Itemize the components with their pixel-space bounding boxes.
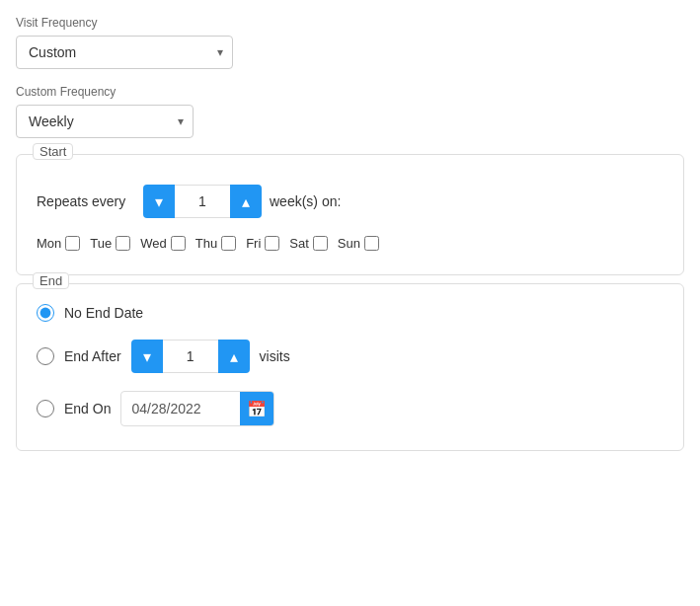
custom-frequency-select[interactable]: Weekly Daily Monthly — [16, 105, 194, 138]
end-after-radio[interactable] — [37, 347, 54, 365]
custom-frequency-label: Custom Frequency — [16, 85, 684, 99]
end-on-option: End On 📅 — [37, 391, 663, 426]
day-label-mon: Mon — [37, 236, 61, 251]
end-on-label: End On — [64, 401, 111, 417]
end-after-option: End After ▾ 1 ▴ visits — [37, 340, 663, 373]
day-item-wed: Wed — [140, 236, 186, 251]
end-after-label: End After — [64, 348, 121, 364]
no-end-date-radio[interactable] — [37, 304, 54, 322]
calendar-button[interactable]: 📅 — [240, 392, 273, 425]
day-item-fri: Fri — [246, 236, 279, 251]
end-on-date-wrapper: 📅 — [120, 391, 274, 426]
start-section: Start Repeats every ▾ 1 ▴ week(s) on: Mo… — [16, 154, 684, 275]
repeats-increment-button[interactable]: ▴ — [230, 185, 262, 218]
end-on-date-input[interactable] — [121, 394, 240, 423]
day-item-sun: Sun — [338, 236, 379, 251]
day-label-wed: Wed — [140, 236, 167, 251]
calendar-icon: 📅 — [247, 400, 267, 418]
day-item-thu: Thu — [195, 236, 236, 251]
end-section-label: End — [33, 272, 69, 289]
end-after-increment-button[interactable]: ▴ — [218, 340, 250, 373]
day-item-tue: Tue — [90, 236, 130, 251]
day-checkbox-wed[interactable] — [171, 236, 186, 251]
day-checkbox-thu[interactable] — [221, 236, 236, 251]
day-label-fri: Fri — [246, 236, 261, 251]
end-section: End No End Date End After ▾ 1 ▴ visits E… — [16, 283, 684, 451]
day-checkbox-fri[interactable] — [265, 236, 279, 251]
day-label-tue: Tue — [90, 236, 112, 251]
day-label-sat: Sat — [289, 236, 309, 251]
repeats-every-row: Repeats every ▾ 1 ▴ week(s) on: — [37, 185, 663, 218]
day-checkbox-sat[interactable] — [313, 236, 328, 251]
day-item-mon: Mon — [37, 236, 80, 251]
weeks-on-label: week(s) on: — [270, 193, 341, 209]
repeats-every-label: Repeats every — [37, 193, 135, 209]
end-after-stepper: ▾ 1 ▴ — [131, 340, 250, 373]
day-label-sun: Sun — [338, 236, 360, 251]
end-on-radio[interactable] — [37, 400, 54, 417]
end-after-value: 1 — [163, 340, 218, 373]
day-checkbox-sun[interactable] — [364, 236, 379, 251]
end-after-decrement-button[interactable]: ▾ — [131, 340, 163, 373]
visit-frequency-select-wrapper: Custom Weekly Monthly ▾ — [16, 36, 233, 69]
no-end-date-option: No End Date — [37, 304, 663, 322]
day-checkbox-tue[interactable] — [116, 236, 130, 251]
visits-label: visits — [260, 348, 290, 364]
no-end-date-label: No End Date — [64, 305, 143, 321]
repeats-decrement-button[interactable]: ▾ — [143, 185, 175, 218]
visit-frequency-select[interactable]: Custom Weekly Monthly — [16, 36, 233, 69]
visit-frequency-label: Visit Frequency — [16, 16, 684, 30]
day-item-sat: Sat — [289, 236, 328, 251]
custom-frequency-select-wrapper: Weekly Daily Monthly ▾ — [16, 105, 194, 138]
start-section-label: Start — [33, 143, 73, 160]
day-label-thu: Thu — [195, 236, 217, 251]
days-row: Mon Tue Wed Thu Fri Sat Sun — [37, 236, 663, 251]
repeats-value: 1 — [175, 185, 230, 218]
repeats-stepper: ▾ 1 ▴ — [143, 185, 262, 218]
day-checkbox-mon[interactable] — [65, 236, 80, 251]
